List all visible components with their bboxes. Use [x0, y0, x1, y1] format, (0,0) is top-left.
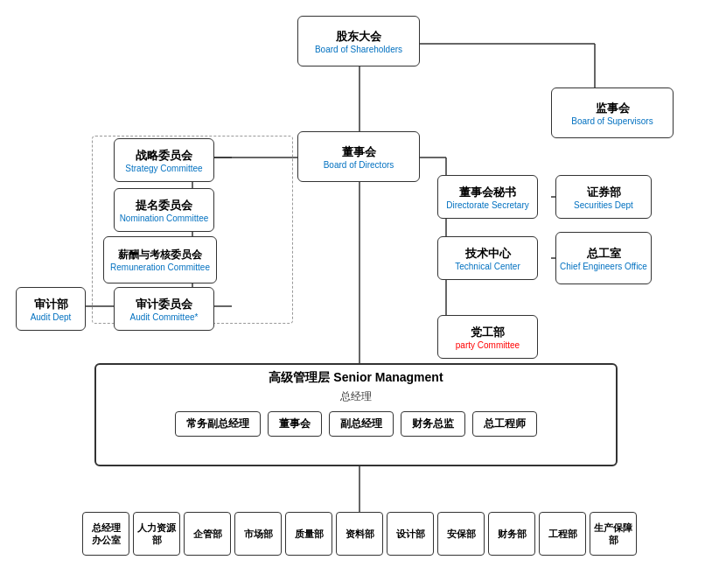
securities-box: 证券部 Securities Dept: [555, 175, 652, 219]
dept-quality: 质量部: [285, 512, 332, 556]
remuneration-box: 薪酬与考核委员会 Remuneration Committee: [103, 236, 217, 284]
remuneration-en: Remuneration Committee: [110, 262, 210, 272]
senior-item-3: 副总经理: [329, 411, 394, 437]
dept-hr: 人力资源部: [133, 512, 180, 556]
nomination-cn: 提名委员会: [136, 198, 192, 214]
audit-dept-cn: 审计部: [34, 297, 68, 312]
dept-qi: 企管部: [184, 512, 231, 556]
dept-finance: 财务部: [488, 512, 535, 556]
senior-item-4: 财务总监: [401, 411, 465, 437]
senior-title: 高级管理层 Senior Managment: [96, 365, 616, 388]
technical-cn: 技术中心: [465, 246, 511, 262]
dept-design: 设计部: [387, 512, 434, 556]
audit-committee-box: 审计委员会 Audit Committee*: [114, 287, 214, 331]
technical-box: 技术中心 Technical Center: [437, 236, 538, 280]
senior-row: 常务副总经理 董事会 副总经理 财务总监 总工程师: [96, 408, 616, 440]
dept-data: 资料部: [336, 512, 383, 556]
audit-committee-en: Audit Committee*: [130, 312, 199, 322]
chief-eng-box: 总工室 Chief Engineers Office: [555, 232, 652, 284]
senior-item-2: 董事会: [268, 411, 322, 437]
chief-eng-en: Chief Engineers Office: [560, 262, 647, 271]
shareholders-cn: 股东大会: [336, 29, 381, 45]
party-en: party Committee: [456, 340, 520, 350]
securities-cn: 证券部: [587, 185, 621, 200]
directorate-box: 董事会秘书 Directorate Secretary: [437, 175, 538, 219]
audit-dept-en: Audit Dept: [31, 312, 72, 322]
audit-dept-box: 审计部 Audit Dept: [16, 287, 86, 331]
directorate-en: Directorate Secretary: [446, 200, 528, 210]
directors-en: Board of Directors: [324, 160, 394, 170]
shareholders-box: 股东大会 Board of Shareholders: [297, 16, 420, 66]
dept-prod: 生产保障部: [590, 512, 637, 556]
remuneration-cn: 薪酬与考核委员会: [118, 248, 202, 262]
strategy-en: Strategy Committee: [125, 164, 202, 173]
audit-committee-cn: 审计委员会: [136, 297, 192, 312]
supervisors-cn: 监事会: [596, 101, 630, 116]
senior-item-1: 常务副总经理: [175, 411, 261, 437]
general-manager-label: 总经理: [96, 388, 616, 408]
shareholders-en: Board of Shareholders: [315, 45, 402, 54]
dept-market: 市场部: [234, 512, 282, 556]
dept-eng: 工程部: [539, 512, 586, 556]
dept-row: 总经理办公室 人力资源部 企管部 市场部 质量部 资料部 设计部 安保部 财务部…: [5, 512, 714, 556]
senior-item-5: 总工程师: [472, 411, 537, 437]
dept-zong: 总经理办公室: [82, 512, 129, 556]
nomination-en: Nomination Committee: [120, 214, 209, 223]
directorate-cn: 董事会秘书: [459, 185, 516, 200]
directors-box: 董事会 Board of Directors: [297, 131, 420, 182]
technical-en: Technical Center: [455, 262, 520, 271]
nomination-box: 提名委员会 Nomination Committee: [114, 188, 214, 232]
senior-block: 高级管理层 Senior Managment 总经理 常务副总经理 董事会 副总…: [94, 363, 618, 466]
supervisors-en: Board of Supervisors: [571, 116, 653, 126]
supervisors-box: 监事会 Board of Supervisors: [551, 88, 674, 138]
party-box: 党工部 party Committee: [437, 315, 538, 359]
directors-cn: 董事会: [342, 144, 376, 160]
securities-en: Securities Dept: [574, 200, 633, 210]
strategy-box: 战略委员会 Strategy Committee: [114, 138, 214, 182]
party-cn: 党工部: [471, 325, 505, 340]
dept-security: 安保部: [437, 512, 485, 556]
strategy-cn: 战略委员会: [136, 148, 192, 164]
chief-eng-cn: 总工室: [587, 246, 621, 262]
